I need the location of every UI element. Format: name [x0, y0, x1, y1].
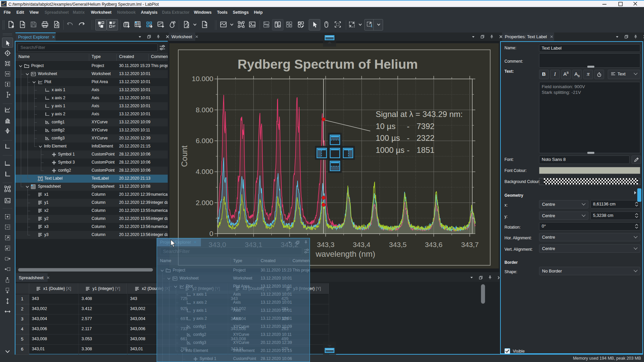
svg-text:Rydberg Spectrum of Helium: Rydberg Spectrum of Helium — [237, 57, 418, 71]
svg-text:2.000: 2.000 — [196, 199, 213, 206]
svg-text:100 µs: 100 µs — [376, 133, 400, 142]
svg-text:wavelength (nm): wavelength (nm) — [315, 249, 375, 258]
svg-text:1: 1 — [371, 24, 373, 28]
svg-text:10.000: 10.000 — [192, 75, 213, 82]
svg-text:6.000: 6.000 — [196, 137, 213, 144]
svg-text:0: 0 — [209, 230, 213, 237]
svg-text:4.000: 4.000 — [196, 168, 213, 175]
svg-text:343,5: 343,5 — [389, 241, 407, 248]
svg-text:Count: Count — [180, 145, 189, 167]
svg-text:-: - — [407, 145, 410, 155]
svg-text:7392: 7392 — [417, 122, 434, 131]
svg-text:343,6: 343,6 — [425, 241, 443, 248]
svg-text:1851: 1851 — [417, 145, 434, 155]
svg-text:10 µs: 10 µs — [376, 122, 395, 131]
svg-text:343,3: 343,3 — [317, 241, 335, 248]
svg-text:1000 µs: 1000 µs — [376, 145, 405, 155]
svg-text:2322: 2322 — [417, 133, 434, 142]
svg-text:343,7: 343,7 — [461, 241, 479, 248]
svg-text:-: - — [407, 122, 410, 131]
svg-text:-: - — [407, 133, 410, 142]
svg-text:343,4: 343,4 — [353, 241, 371, 248]
svg-text:8.000: 8.000 — [196, 106, 213, 114]
svg-text:Signal at λ = 343.29 nm:: Signal at λ = 343.29 nm: — [376, 110, 463, 119]
